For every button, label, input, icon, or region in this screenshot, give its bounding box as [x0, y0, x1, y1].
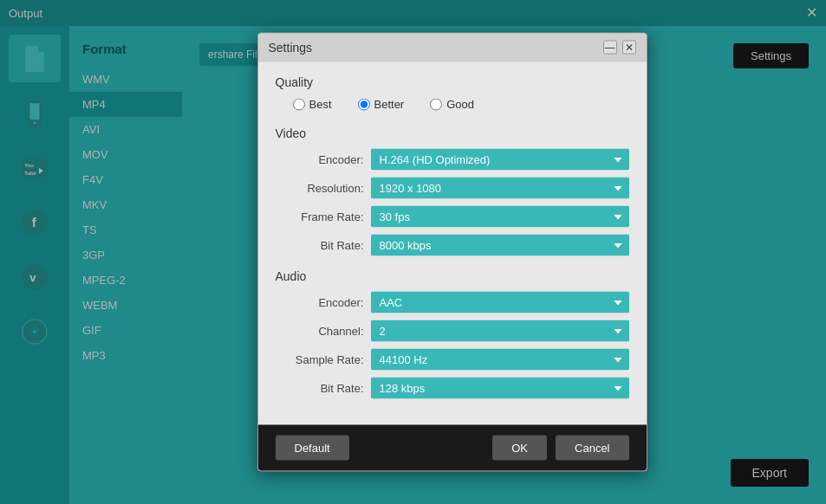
- quality-good-text: Good: [446, 98, 474, 111]
- dialog-controls: — ✕: [603, 41, 636, 55]
- quality-section: Quality Best Better Good: [276, 75, 629, 111]
- sample-rate-label: Sample Rate:: [276, 353, 371, 366]
- audio-encoder-label: Encoder:: [276, 296, 371, 309]
- dialog-footer: Default OK Cancel: [258, 425, 647, 471]
- dialog-title-bar: Settings — ✕: [258, 34, 647, 62]
- frame-rate-select[interactable]: 30 fps 60 fps 24 fps: [371, 206, 629, 228]
- audio-encoder-select[interactable]: AAC MP3 OGG: [371, 292, 629, 313]
- dialog-minimize-button[interactable]: —: [603, 41, 617, 55]
- dialog-close-button[interactable]: ✕: [622, 41, 636, 55]
- video-label: Video: [276, 126, 629, 140]
- sample-rate-select[interactable]: 44100 Hz 48000 Hz 22050 Hz: [371, 349, 629, 371]
- resolution-label: Resolution:: [276, 182, 371, 195]
- quality-best-label[interactable]: Best: [293, 98, 332, 111]
- quality-row: Best Better Good: [276, 98, 629, 111]
- video-section: Video Encoder: H.264 (HD Optimized) H.26…: [276, 126, 629, 256]
- resolution-select[interactable]: 1920 x 1080 1280 x 720 854 x 480: [371, 178, 629, 199]
- video-encoder-label: Encoder:: [276, 153, 371, 166]
- footer-right-buttons: OK Cancel: [492, 436, 628, 461]
- video-encoder-select[interactable]: H.264 (HD Optimized) H.265 MPEG-4: [371, 149, 629, 171]
- dialog-title: Settings: [269, 41, 313, 55]
- frame-rate-label: Frame Rate:: [276, 210, 371, 223]
- video-encoder-row: Encoder: H.264 (HD Optimized) H.265 MPEG…: [276, 149, 629, 171]
- main-window: Output ✕: [0, 0, 826, 504]
- video-bitrate-label: Bit Rate:: [276, 239, 371, 252]
- channel-select[interactable]: 2 1: [371, 320, 629, 342]
- video-bitrate-row: Bit Rate: 8000 kbps 6000 kbps 4000 kbps: [276, 235, 629, 256]
- dialog-body: Quality Best Better Good: [258, 62, 647, 425]
- default-button[interactable]: Default: [276, 436, 349, 461]
- video-bitrate-select[interactable]: 8000 kbps 6000 kbps 4000 kbps: [371, 235, 629, 256]
- audio-bitrate-row: Bit Rate: 128 kbps 192 kbps 256 kbps: [276, 378, 629, 399]
- quality-good-radio[interactable]: [430, 98, 442, 110]
- quality-best-text: Best: [309, 98, 332, 111]
- cancel-button[interactable]: Cancel: [556, 436, 628, 461]
- audio-label: Audio: [276, 269, 629, 283]
- audio-encoder-row: Encoder: AAC MP3 OGG: [276, 292, 629, 313]
- channel-row: Channel: 2 1: [276, 320, 629, 342]
- frame-rate-row: Frame Rate: 30 fps 60 fps 24 fps: [276, 206, 629, 228]
- channel-label: Channel:: [276, 325, 371, 338]
- quality-label: Quality: [276, 75, 629, 89]
- audio-section: Audio Encoder: AAC MP3 OGG Channel: 2 1: [276, 269, 629, 399]
- quality-best-radio[interactable]: [293, 98, 305, 110]
- sample-rate-row: Sample Rate: 44100 Hz 48000 Hz 22050 Hz: [276, 349, 629, 371]
- quality-better-radio[interactable]: [358, 98, 370, 110]
- audio-bitrate-select[interactable]: 128 kbps 192 kbps 256 kbps: [371, 378, 629, 399]
- resolution-row: Resolution: 1920 x 1080 1280 x 720 854 x…: [276, 178, 629, 199]
- quality-better-label[interactable]: Better: [358, 98, 405, 111]
- audio-bitrate-label: Bit Rate:: [276, 382, 371, 395]
- settings-dialog: Settings — ✕ Quality Best Better: [257, 33, 647, 472]
- ok-button[interactable]: OK: [492, 436, 547, 461]
- quality-good-label[interactable]: Good: [430, 98, 474, 111]
- quality-better-text: Better: [374, 98, 405, 111]
